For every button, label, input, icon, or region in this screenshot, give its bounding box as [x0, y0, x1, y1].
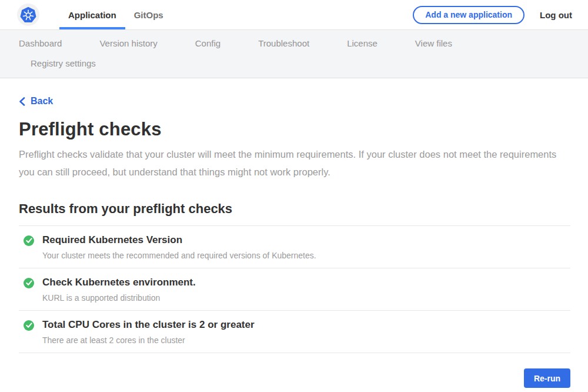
- add-new-application-button[interactable]: Add a new application: [413, 6, 524, 24]
- tab-gitops[interactable]: GitOps: [125, 0, 172, 29]
- primary-tabs: Application GitOps: [59, 0, 172, 29]
- chevron-left-icon: [19, 97, 25, 106]
- back-link[interactable]: Back: [19, 96, 53, 107]
- subnav-row-1: Dashboard Version history Config Trouble…: [19, 38, 569, 48]
- navbar-right: Add a new application Log out: [413, 0, 572, 29]
- preflight-check-row: Total CPU Cores in the cluster is 2 or g…: [19, 311, 570, 353]
- kubernetes-logo-icon: [17, 4, 39, 26]
- check-success-icon: [24, 235, 34, 246]
- check-message: KURL is a supported distribution: [42, 293, 196, 303]
- logout-link[interactable]: Log out: [540, 10, 572, 20]
- tab-application[interactable]: Application: [59, 0, 125, 29]
- divider: [19, 353, 570, 353]
- main-content: Back Preflight checks Preflight checks v…: [0, 78, 588, 392]
- check-success-icon: [24, 278, 34, 288]
- subnav-item-license[interactable]: License: [347, 38, 377, 48]
- page-description: Preflight checks validate that your clus…: [19, 145, 563, 181]
- subnav-item-registry-settings[interactable]: Registry settings: [31, 58, 96, 68]
- check-message: Your cluster meets the recommended and r…: [42, 251, 316, 260]
- check-title: Total CPU Cores in the cluster is 2 or g…: [42, 319, 255, 331]
- page-title: Preflight checks: [19, 119, 570, 140]
- subnav-row-2: Registry settings: [19, 58, 569, 68]
- top-navbar: Application GitOps Add a new application…: [0, 0, 588, 30]
- check-body: Check Kubernetes environment. KURL is a …: [42, 277, 196, 303]
- rerun-button[interactable]: Re-run: [524, 368, 570, 388]
- preflight-check-row: Check Kubernetes environment. KURL is a …: [19, 268, 570, 310]
- subnav-item-dashboard[interactable]: Dashboard: [19, 38, 62, 48]
- subnav-item-version-history[interactable]: Version history: [99, 38, 157, 48]
- subnav-item-view-files[interactable]: View files: [415, 38, 452, 48]
- results-heading: Results from your preflight checks: [19, 201, 570, 217]
- app-subnav: Dashboard Version history Config Trouble…: [0, 30, 588, 78]
- footer-actions: Re-run: [19, 368, 570, 388]
- page: Application GitOps Add a new application…: [0, 0, 588, 392]
- subnav-item-troubleshoot[interactable]: Troubleshoot: [258, 38, 309, 48]
- check-title: Check Kubernetes environment.: [42, 277, 196, 288]
- subnav-item-config[interactable]: Config: [195, 38, 220, 48]
- preflight-check-row: Required Kubernetes Version Your cluster…: [19, 226, 570, 268]
- check-title: Required Kubernetes Version: [42, 234, 316, 246]
- check-body: Required Kubernetes Version Your cluster…: [42, 234, 316, 260]
- check-success-icon: [24, 320, 34, 331]
- back-link-label: Back: [31, 96, 53, 107]
- check-message: There are at least 2 cores in the cluste…: [42, 335, 255, 345]
- logo-container: [17, 0, 39, 29]
- check-body: Total CPU Cores in the cluster is 2 or g…: [42, 319, 255, 345]
